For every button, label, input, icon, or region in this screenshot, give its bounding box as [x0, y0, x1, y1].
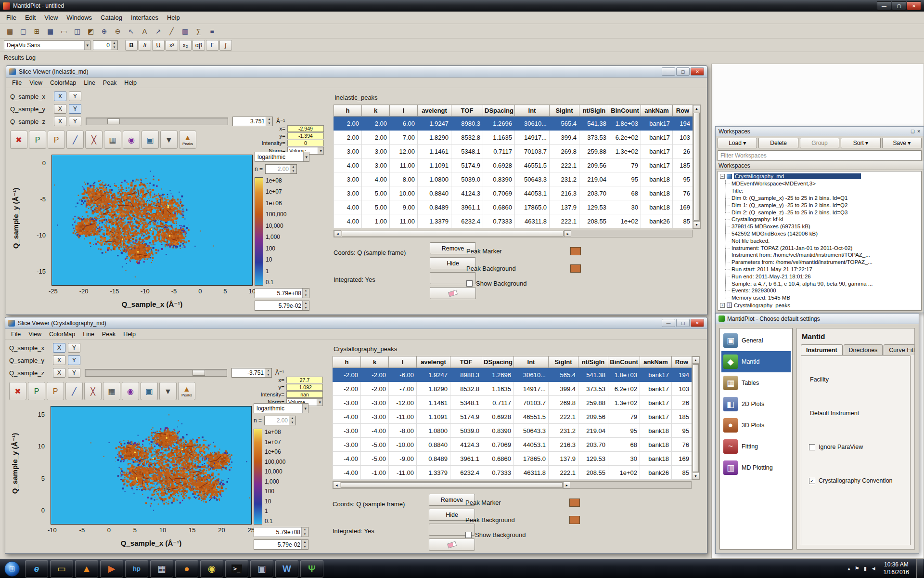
column-header[interactable]: Int: [515, 105, 550, 117]
close-panel-icon[interactable]: ✕: [917, 129, 921, 134]
workspace-detail-item[interactable]: Run end: 2011-May-21 18:01:26: [723, 273, 921, 280]
window-titlebar[interactable]: Slice Viewer (Inelastic_md) — ▢ ✕: [6, 66, 707, 78]
zoom-in-icon[interactable]: ⊕: [98, 26, 110, 37]
draw-line-icon[interactable]: ╱: [166, 26, 178, 37]
scroll-left-icon[interactable]: ◄: [333, 482, 340, 488]
peaks-table-row[interactable]: -2.00-2.00-6.001.92478980.31.269630610..…: [333, 368, 692, 382]
spin-up-icon[interactable]: ▲: [289, 416, 295, 420]
peak-marker-color-button[interactable]: [570, 247, 581, 255]
scroll-right-icon[interactable]: ►: [564, 230, 571, 237]
slice-point-spinner[interactable]: -3.751 ▲▼: [231, 368, 272, 378]
workspace-detail-item[interactable]: 3798145 MDBoxes (697315 kB): [723, 223, 921, 230]
spin-down-icon[interactable]: ▼: [266, 121, 272, 126]
scroll-down-icon[interactable]: ▼: [693, 221, 700, 228]
workspace-action-button[interactable]: Sort ▾: [841, 138, 880, 148]
statistics-icon[interactable]: ∑: [192, 26, 205, 37]
column-header[interactable]: l: [390, 105, 418, 117]
scroll-left-icon[interactable]: ◄: [334, 230, 341, 237]
column-header[interactable]: TOF: [451, 105, 483, 117]
maximize-button[interactable]: ▢: [892, 1, 906, 11]
menu-item[interactable]: ColorMap: [46, 79, 80, 87]
overlay-data-icon[interactable]: ▣: [141, 131, 159, 149]
scroll-up-icon[interactable]: ▲: [692, 356, 699, 364]
scrollbar-thumb[interactable]: [341, 482, 563, 488]
format-button[interactable]: U: [152, 40, 165, 51]
menu-item[interactable]: Interfaces: [127, 13, 163, 23]
tab-directories[interactable]: Directories: [844, 344, 883, 355]
workspace-detail-item[interactable]: Dim 1: (Q_sample_y) -25 to 25 in 2 bins.…: [723, 201, 921, 209]
spin-down-icon[interactable]: ▼: [265, 373, 271, 377]
slice-point-slider[interactable]: [86, 118, 228, 125]
x-axis-button[interactable]: X: [54, 92, 66, 101]
show-background-checkbox[interactable]: [465, 532, 472, 538]
draw-arrow-icon[interactable]: ↗: [152, 26, 164, 37]
tab-instrument[interactable]: Instrument: [801, 344, 843, 355]
column-header[interactable]: DSpacing: [482, 356, 514, 368]
taskbar-firefox[interactable]: ●: [175, 560, 198, 578]
workspace-detail-item[interactable]: Instrument from: /home/vel/mantid/instru…: [723, 251, 921, 259]
peaks-table-row[interactable]: -3.00-3.00-12.001.14615348.10.711770103.…: [333, 396, 692, 410]
menu-item[interactable]: File: [2, 13, 21, 23]
taskbar-putty[interactable]: ▣: [250, 560, 273, 578]
window-titlebar[interactable]: Slice Viewer (Crystallography_md) — ▢ ✕: [5, 317, 707, 329]
color-scale-select[interactable]: logarithmic▾: [255, 152, 309, 162]
y-axis-button[interactable]: Y: [69, 117, 81, 126]
colorbar-max-input[interactable]: 5.79e+08 ▲▼: [255, 288, 309, 298]
minimize-button[interactable]: —: [877, 1, 891, 11]
spin-up-icon[interactable]: ▲: [302, 527, 308, 532]
peaks-table-row[interactable]: -4.00-5.00-9.000.84893961.10.686017865.0…: [333, 452, 692, 466]
peaks-table-row[interactable]: -4.00-3.00-11.001.10915174.90.692846551.…: [333, 410, 692, 424]
format-button[interactable]: x₂: [179, 40, 192, 51]
table-grid-icon[interactable]: ▥: [179, 26, 191, 37]
column-header[interactable]: BinCount: [608, 356, 640, 368]
new-project-icon[interactable]: ▢: [17, 26, 29, 37]
cut-line-icon[interactable]: ╱: [66, 131, 84, 149]
peaks-table-row[interactable]: 2.002.006.001.92478980.31.269630610...56…: [334, 117, 693, 131]
peak-edit-icon[interactable]: P: [47, 382, 64, 400]
column-header[interactable]: BinCount: [609, 105, 641, 117]
workspace-peaks-item[interactable]: + Crystallography_peaks: [719, 302, 921, 309]
rebin-icon[interactable]: ◉: [122, 382, 139, 400]
spin-up-icon[interactable]: ▲: [303, 289, 309, 293]
font-select[interactable]: DejaVu Sans ▾: [4, 40, 90, 50]
y-axis-button[interactable]: Y: [68, 355, 80, 365]
peak-edit-icon[interactable]: P: [48, 131, 65, 149]
column-header[interactable]: SigInt: [550, 105, 579, 117]
slider-thumb[interactable]: [192, 370, 205, 376]
close-button[interactable]: ✕: [907, 1, 921, 11]
scrollbar-thumb[interactable]: [693, 364, 699, 472]
peaks-table-row[interactable]: -2.00-2.00-7.001.82908532.81.163514917..…: [333, 382, 692, 396]
workspace-detail-item[interactable]: Instrument: TOPAZ (2011-Jan-01 to 2011-O…: [723, 244, 921, 251]
zoom-out-icon[interactable]: ⊖: [112, 26, 124, 37]
colorbar[interactable]: [254, 429, 262, 525]
x-axis-button[interactable]: X: [53, 368, 65, 378]
snapshot-icon[interactable]: ▼: [160, 131, 178, 149]
format-button[interactable]: It: [139, 40, 151, 51]
taskbar-mantid[interactable]: Ψ: [300, 560, 323, 578]
menu-item[interactable]: Peak: [98, 330, 120, 339]
grid-lines-icon[interactable]: ▦: [104, 131, 121, 149]
workspace-detail-item[interactable]: Events: 29293000: [723, 287, 921, 294]
menu-item[interactable]: Edit: [21, 13, 40, 23]
workspace-detail-item[interactable]: 542592 MDGridBoxes (142006 kB): [723, 230, 921, 237]
add-text-icon[interactable]: A: [139, 26, 151, 37]
workspace-action-button[interactable]: Load ▾: [718, 138, 757, 148]
expand-icon[interactable]: +: [720, 303, 725, 308]
column-header[interactable]: TOF: [450, 356, 482, 368]
peaks-table-row[interactable]: 4.003.0011.001.10915174.90.692846551.522…: [334, 158, 693, 172]
y-axis-button[interactable]: Y: [68, 343, 80, 353]
pointer-icon[interactable]: ↖: [125, 26, 137, 37]
taskbar-word[interactable]: W: [275, 560, 298, 578]
results-log-dock-header[interactable]: Results Log: [0, 52, 924, 64]
spin-down-icon[interactable]: ▼: [302, 532, 308, 537]
new-note-icon[interactable]: ▭: [58, 26, 70, 37]
workspace-detail-item[interactable]: Not file backed.: [723, 237, 921, 244]
workspace-detail-item[interactable]: MDEventWorkspace<MDEvent,3>: [723, 180, 921, 187]
workspace-detail-item[interactable]: Parameters from: /home/vel/mantid/instru…: [723, 259, 921, 266]
category-mantid[interactable]: ◆ Mantid: [721, 351, 791, 372]
clear-line-icon[interactable]: ╳: [84, 382, 102, 400]
start-button[interactable]: ⊞: [4, 561, 20, 577]
new-table-icon[interactable]: ⊞: [31, 26, 43, 37]
peaks-table-row[interactable]: -4.00-1.00-11.001.33796232.40.733346311.…: [333, 466, 692, 480]
workspace-detail-item[interactable]: Dim 0: (Q_sample_x) -25 to 25 in 2 bins.…: [723, 195, 921, 202]
